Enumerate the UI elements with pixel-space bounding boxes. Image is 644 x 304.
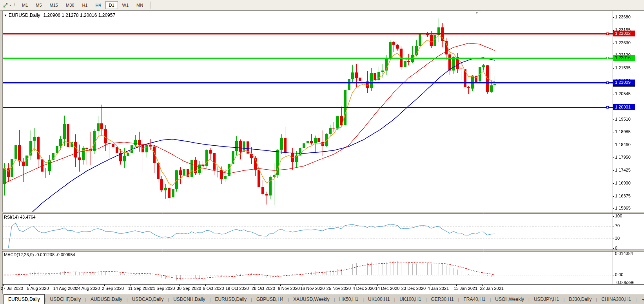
tab-ger30-h1[interactable]: GER30,H1 (427, 295, 458, 304)
price-axis-tick: 1.17425 (615, 168, 631, 172)
date-axis-label: 24 Aug 2020 (76, 286, 100, 291)
hline-price-label[interactable]: 1.23002 (613, 31, 635, 36)
chart-tabbar: EURUSD,Daily|USDCHF,Daily|AUDUSD,Daily|U… (0, 294, 644, 304)
date-axis-label: 4 Jan 2021 (428, 286, 449, 291)
price-axis-tick: 1.18985 (615, 129, 631, 134)
rsi-axis-tick: 70 (615, 223, 620, 228)
date-axis-label: 25 Nov 2020 (327, 286, 351, 291)
chart-ohlc-values: 1.20906 1.21278 1.20816 1.20957 (44, 13, 116, 18)
tab-us[interactable]: US (637, 295, 641, 304)
macd-axis-tick: 0.014384 (615, 251, 633, 256)
tab-usoil-weekly[interactable]: USOil,Weekly (491, 295, 528, 304)
hline-price-label[interactable]: 1.21009 (613, 80, 635, 85)
rsi-axis-tick: 30 (615, 236, 620, 241)
symbol-marker-icon[interactable]: ▼ (4, 14, 7, 17)
date-axis-label: 2 Sep 2020 (102, 286, 124, 291)
tab-scroll-left-icon[interactable]: ◂ (641, 297, 644, 302)
tab-gbpusd-h4[interactable]: GBPUSD,H4 (252, 295, 288, 304)
date-axis-label: 28 Oct 2020 (252, 286, 275, 291)
macd-indicator-label: MACD(12,26,9) -0.001238 -0.000954 (4, 252, 75, 257)
price-axis-tick: 1.22630 (615, 40, 631, 45)
hline-handle[interactable] (606, 106, 609, 109)
tab-eurusd-daily[interactable]: EURUSD,Daily (4, 294, 45, 304)
timeframe-button-mn[interactable]: MN (133, 1, 147, 9)
date-axis-label: 21 Sep 2020 (151, 286, 175, 291)
mt4-window: ▾ M1M5M15M30H1H4D1W1MN ▼EURUSD,Daily1.20… (0, 0, 644, 304)
price-axis-tick: 1.15865 (615, 206, 631, 210)
toolbar-separator (150, 2, 151, 9)
timeframe-button-m30[interactable]: M30 (62, 1, 78, 9)
timeframe-button-m5[interactable]: M5 (32, 1, 45, 9)
tab-hk50-h1[interactable]: HK50,H1 (335, 295, 363, 304)
date-axis-label: 6 Nov 2020 (278, 286, 300, 291)
tab-audusd-daily[interactable]: AUDUSD,Daily (86, 295, 127, 304)
chart-canvas[interactable] (0, 0, 644, 304)
tab-usdchf-daily[interactable]: USDCHF,Daily (46, 295, 85, 304)
tab-eurusd-daily[interactable]: EURUSD,Daily (210, 295, 251, 304)
toolbar-grip[interactable] (14, 2, 15, 8)
rsi-axis-tick: 100 (615, 214, 622, 218)
tab-china300-h1[interactable]: CHINA300,H1 (597, 295, 635, 304)
hline-handle[interactable] (606, 57, 609, 59)
price-axis-tick: 1.20545 (615, 91, 631, 96)
hline-price-label[interactable]: 1.22016 (613, 55, 635, 61)
timeframe-button-m15[interactable]: M15 (46, 1, 62, 9)
tab-uk100-h1[interactable]: UK100,H1 (395, 295, 425, 304)
date-axis-label: 11 Sep 2020 (128, 286, 152, 291)
tab-usdcnh-daily[interactable]: USDCNH,Daily (169, 295, 209, 304)
timeframe-button-m1[interactable]: M1 (18, 1, 31, 9)
tab-fra40-h1[interactable]: FRA40,H1 (459, 295, 490, 304)
macd-axis-tick: 0.00 (615, 272, 623, 277)
price-axis-tick: 1.16375 (615, 194, 631, 198)
timeframe-button-d1[interactable]: D1 (105, 1, 118, 9)
date-axis-label: 13 Jan 2021 (454, 286, 478, 291)
date-axis-label: 14 Aug 2020 (53, 286, 78, 291)
timeframe-button-w1[interactable]: W1 (119, 1, 132, 9)
chart-symbol-label: EURUSD,Daily (9, 13, 40, 18)
price-axis-tick: 1.17950 (615, 155, 631, 159)
date-axis-label: 16 Nov 2020 (300, 286, 325, 291)
chart-shift-marker-icon[interactable]: ▼ (475, 11, 479, 15)
date-axis-label: 5 Aug 2020 (27, 286, 49, 291)
timeframe-button-h4[interactable]: H4 (92, 1, 104, 9)
date-axis-label: 4 Dec 2020 (353, 286, 375, 291)
tab-dj30-daily[interactable]: DJ30,Daily (564, 295, 596, 304)
hline-handle[interactable] (606, 81, 609, 84)
date-axis-label: 30 Sep 2020 (177, 286, 201, 291)
tab-scroll-buttons: ◂▸ (641, 297, 644, 302)
date-axis-label: 27 Jul 2020 (1, 286, 23, 291)
date-axis-label: 9 Oct 2020 (203, 286, 224, 291)
tab-usdjpy-h1[interactable]: USDJPY,H1 (530, 295, 563, 304)
timeframe-button-h1[interactable]: H1 (78, 1, 91, 9)
price-axis-tick: 1.18460 (615, 142, 631, 147)
price-axis-tick: 1.16900 (615, 181, 631, 185)
tab-uk100-h1[interactable]: UK100,H1 (364, 295, 394, 304)
price-axis-tick: 1.23680 (615, 14, 631, 19)
price-axis-tick: 1.21595 (615, 65, 631, 70)
hline-handle[interactable] (606, 33, 609, 35)
date-axis-label: 19 Oct 2020 (225, 286, 249, 291)
date-axis-label: 23 Dec 2020 (401, 286, 426, 291)
cursor-arrows-icon[interactable] (2, 2, 9, 8)
tab-usdcad-daily[interactable]: USDCAD,Daily (128, 295, 168, 304)
price-axis-tick: 1.19510 (615, 117, 631, 121)
toolbar: ▾ M1M5M15M30H1H4D1W1MN (0, 0, 644, 11)
chart-title: ▼EURUSD,Daily1.20906 1.21278 1.20816 1.2… (4, 13, 115, 18)
date-axis-label: 14 Dec 2020 (375, 286, 399, 291)
rsi-axis-tick: 0 (615, 246, 617, 250)
chevron-down-icon[interactable]: ▾ (9, 4, 11, 7)
tab-xauusd-weekly[interactable]: XAUUSD,Weekly (289, 295, 334, 304)
hline-price-label[interactable]: 1.20001 (613, 104, 635, 110)
macd-axis-tick: -0.005396 (615, 280, 635, 285)
rsi-indicator-label: RSI(14) 43.4764 (4, 215, 36, 219)
date-axis-label: 22 Jan 2021 (480, 286, 504, 291)
timeframe-button-group: M1M5M15M30H1H4D1W1MN (18, 1, 147, 9)
